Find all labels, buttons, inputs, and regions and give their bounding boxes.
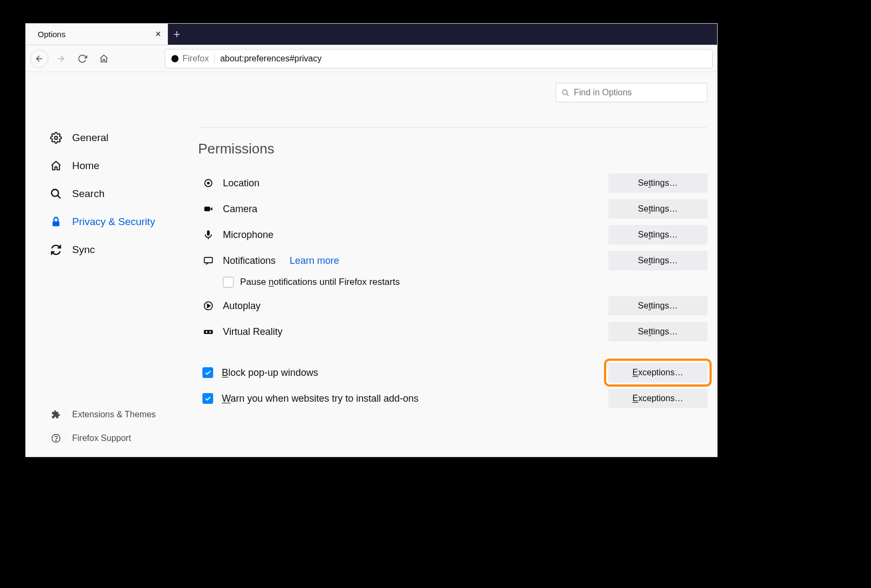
permission-label: Location [223, 178, 259, 189]
svg-point-2 [54, 136, 58, 139]
navigation-bar: Firefox about:preferences#privacy [26, 45, 717, 72]
svg-point-16 [209, 331, 211, 333]
settings-button-notifications[interactable]: Settings… [608, 251, 707, 270]
settings-button-location[interactable]: Settings… [608, 173, 707, 193]
microphone-icon [202, 229, 214, 241]
tab-title: Options [38, 30, 150, 39]
sidebar-item-label: Sync [72, 244, 95, 256]
sidebar-footer: Extensions & Themes Firefox Support [26, 403, 198, 450]
block-popups-checkbox[interactable] [202, 367, 213, 378]
settings-button-camera[interactable]: Settings… [608, 199, 707, 219]
warn-addons-label[interactable]: Warn you when websites try to install ad… [222, 393, 419, 404]
learn-more-link[interactable]: Learn more [290, 255, 339, 267]
sync-icon [50, 243, 62, 256]
help-icon [50, 432, 62, 445]
forward-button[interactable] [52, 50, 70, 68]
reload-button[interactable] [73, 50, 92, 68]
svg-point-3 [52, 190, 59, 197]
identity-box[interactable]: Firefox [171, 54, 215, 64]
svg-point-15 [206, 331, 207, 333]
permission-row-location: Location Settings… [198, 170, 707, 196]
sidebar-item-label: Search [72, 188, 104, 200]
permission-label: Notifications [223, 255, 276, 267]
block-popups-label[interactable]: Block pop-up windows [222, 367, 318, 379]
sidebar-item-home[interactable]: Home [26, 152, 198, 180]
sidebar-item-search[interactable]: Search [26, 180, 198, 208]
permission-row-microphone: Microphone Settings… [198, 222, 707, 248]
tab-options[interactable]: Options × [26, 24, 168, 45]
search-icon [50, 187, 62, 200]
svg-point-7 [563, 89, 567, 94]
firefox-icon [171, 54, 179, 63]
svg-rect-11 [207, 230, 210, 236]
svg-rect-10 [205, 207, 210, 211]
block-popups-row: Block pop-up windows Exceptions… [198, 360, 707, 386]
sidebar-item-label: Home [72, 160, 100, 172]
sidebar-item-label: Privacy & Security [72, 216, 155, 228]
settings-button-vr[interactable]: Settings… [608, 322, 707, 341]
autoplay-icon [202, 300, 214, 312]
sidebar-item-general[interactable]: General [26, 124, 198, 152]
sidebar-item-support[interactable]: Firefox Support [26, 426, 198, 450]
sidebar: General Home Search Privacy & Security S… [26, 72, 198, 457]
new-tab-button[interactable]: + [173, 29, 180, 40]
pause-notifications-checkbox[interactable] [223, 277, 234, 288]
permission-row-vr: Virtual Reality Settings… [198, 319, 707, 345]
browser-window: Options × + Firefox about:preferences#pr… [26, 24, 717, 457]
permission-row-notifications: Notifications Learn more Settings… [198, 248, 707, 274]
content-area: General Home Search Privacy & Security S… [26, 72, 717, 457]
pause-notifications-label[interactable]: Pause notifications until Firefox restar… [240, 277, 400, 288]
identity-label: Firefox [182, 54, 209, 64]
warn-addons-checkbox[interactable] [202, 393, 213, 404]
exceptions-button-popups[interactable]: Exceptions… [608, 363, 707, 382]
permission-label: Virtual Reality [223, 326, 283, 338]
svg-point-8 [207, 182, 210, 185]
warn-addons-row: Warn you when websites try to install ad… [198, 386, 707, 411]
tab-bar: Options × + [26, 24, 717, 45]
sidebar-item-sync[interactable]: Sync [26, 236, 198, 264]
permission-label: Autoplay [223, 300, 261, 312]
svg-rect-4 [53, 221, 60, 226]
main-pane: Permissions Location Settings… Camera S [198, 72, 717, 457]
sidebar-categories: General Home Search Privacy & Security S… [26, 124, 198, 264]
vr-icon [202, 326, 214, 338]
section-heading-permissions: Permissions [198, 141, 707, 157]
puzzle-icon [50, 408, 62, 421]
camera-icon [202, 203, 214, 215]
search-input[interactable] [574, 88, 701, 97]
notification-icon [202, 255, 214, 267]
permission-row-autoplay: Autoplay Settings… [198, 293, 707, 319]
pause-notifications-row: Pause notifications until Firefox restar… [198, 274, 707, 293]
lock-icon [50, 215, 62, 228]
divider [198, 127, 707, 128]
url-path: about:preferences#privacy [220, 54, 322, 64]
sidebar-item-label: Firefox Support [72, 433, 131, 443]
close-icon[interactable]: × [155, 29, 161, 40]
svg-rect-12 [205, 257, 213, 263]
sidebar-item-label: Extensions & Themes [72, 410, 156, 419]
exceptions-button-addons[interactable]: Exceptions… [608, 389, 707, 408]
gear-icon [50, 131, 62, 144]
back-button[interactable] [30, 50, 48, 68]
home-button[interactable] [95, 50, 113, 68]
sidebar-item-extensions[interactable]: Extensions & Themes [26, 403, 198, 426]
permission-label: Microphone [223, 229, 273, 241]
settings-button-microphone[interactable]: Settings… [608, 225, 707, 244]
sidebar-item-label: General [72, 132, 109, 144]
svg-rect-14 [204, 330, 213, 334]
svg-point-6 [55, 440, 56, 441]
find-in-options[interactable] [556, 83, 707, 102]
tab-strip: + [168, 24, 717, 45]
home-icon [50, 159, 62, 172]
sidebar-item-privacy[interactable]: Privacy & Security [26, 208, 198, 236]
url-bar[interactable]: Firefox about:preferences#privacy [165, 49, 713, 68]
search-icon [561, 89, 570, 97]
location-icon [202, 177, 214, 189]
permission-row-camera: Camera Settings… [198, 196, 707, 222]
permission-label: Camera [223, 204, 257, 215]
settings-button-autoplay[interactable]: Settings… [608, 296, 707, 316]
svg-point-1 [171, 55, 178, 62]
